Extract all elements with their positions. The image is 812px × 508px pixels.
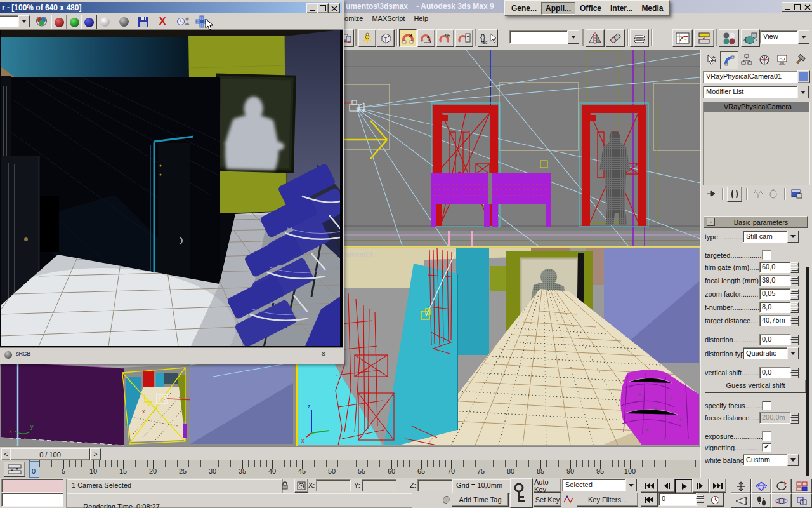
named-selection-sets-button[interactable]: {}ABC: [478, 29, 498, 47]
selection-filter-dropdown[interactable]: Selected: [562, 479, 637, 491]
chevron-down-icon[interactable]: [787, 231, 799, 243]
focus-distance-spinner[interactable]: [790, 413, 799, 424]
time-configuration-button[interactable]: [707, 493, 724, 507]
menu-help[interactable]: Help: [414, 13, 433, 23]
render-scene-button[interactable]: [741, 29, 760, 47]
popup-item-1[interactable]: Appli...: [541, 2, 575, 15]
mini-curve-editor-button[interactable]: [4, 462, 25, 477]
srgb-toggle[interactable]: sRGB: [16, 351, 30, 357]
orbit-camera-button[interactable]: [771, 479, 792, 493]
colorspace-icon[interactable]: [3, 350, 13, 359]
previous-frame-button[interactable]: [658, 479, 675, 493]
render-type-dropdown[interactable]: View: [760, 30, 809, 44]
time-slider-thumb[interactable]: 0 / 100: [10, 448, 90, 460]
expand-chevron-icon[interactable]: »: [319, 351, 330, 356]
target-distance-spinner[interactable]: [790, 316, 799, 326]
targeted-checkbox[interactable]: [762, 250, 771, 260]
show-end-result-button[interactable]: [727, 187, 742, 202]
tab-create[interactable]: [702, 51, 719, 68]
chevron-down-icon[interactable]: [787, 347, 799, 359]
curve-editor-button[interactable]: [672, 29, 693, 47]
viewport-label[interactable]: amera01: [346, 251, 373, 258]
popup-item-3[interactable]: Inter...: [606, 2, 637, 15]
coord-field-2[interactable]: [417, 479, 452, 491]
film-gate-field[interactable]: 60,0: [759, 262, 790, 273]
panel-scrollbar[interactable]: [806, 267, 809, 476]
maximize-viewport-toggle[interactable]: [792, 479, 812, 493]
current-frame-field[interactable]: 0: [658, 493, 698, 506]
focal-length-spinner[interactable]: [790, 276, 799, 286]
vertical-shift-field[interactable]: 0,0: [759, 367, 790, 378]
listener-pane[interactable]: [1, 493, 63, 507]
film-gate-spinner[interactable]: [790, 262, 799, 273]
material-editor-button[interactable]: [719, 29, 739, 47]
render-window-title-bar[interactable]: r - [100% of 640 x 480]: [0, 2, 342, 13]
modifier-stack[interactable]: VRayPhysicalCamera: [703, 102, 810, 185]
distortion-type-dropdown[interactable]: Quadratic: [743, 347, 799, 359]
render-restore-button[interactable]: [317, 3, 329, 13]
set-key-button[interactable]: Set Key: [534, 493, 561, 507]
viewport-perspective[interactable]: x y y x: [0, 358, 296, 446]
f-number-spinner[interactable]: [790, 302, 799, 313]
goto-end-button[interactable]: [709, 479, 726, 493]
exposure-checkbox[interactable]: [762, 431, 771, 441]
rgb-channels-button[interactable]: [35, 16, 48, 27]
mirror-button[interactable]: [586, 29, 605, 47]
focus-distance-field[interactable]: 200,0m: [759, 412, 790, 424]
layer-manager-button[interactable]: [630, 29, 649, 47]
dolly-camera-button[interactable]: [731, 479, 751, 493]
remove-modifier-button[interactable]: [766, 187, 780, 201]
key-filters-button[interactable]: Key Filters...: [577, 493, 638, 507]
viewport-top-wireframe[interactable]: [341, 50, 700, 246]
configure-modifier-sets-button[interactable]: [789, 187, 804, 201]
menu-maxscript[interactable]: MAXScript: [372, 13, 410, 23]
goto-start-button[interactable]: [641, 479, 658, 493]
pan-view-button[interactable]: [792, 493, 812, 508]
duplicate-to-host-button[interactable]: [176, 16, 192, 27]
named-selection-set-field[interactable]: [509, 30, 579, 44]
render-frame-window[interactable]: r - [100% of 640 x 480] X: [0, 0, 344, 364]
f-number-field[interactable]: 8,0: [759, 302, 790, 313]
tab-display[interactable]: [773, 51, 790, 68]
chevron-down-icon[interactable]: [787, 454, 799, 466]
tab-hierarchy[interactable]: [738, 51, 755, 68]
snap-cube-button[interactable]: [377, 29, 395, 47]
vertical-shift-spinner[interactable]: [790, 368, 799, 378]
modifier-list-dropdown[interactable]: Modifier List: [703, 86, 809, 98]
monochrome-button[interactable]: [117, 16, 130, 27]
viewport-camera[interactable]: z x amera01: [296, 247, 703, 449]
save-image-button[interactable]: [136, 15, 150, 28]
align-button[interactable]: [606, 29, 625, 47]
tab-motion[interactable]: [756, 51, 773, 68]
pin-stack-button[interactable]: [705, 187, 719, 201]
object-color-swatch[interactable]: [797, 70, 810, 83]
selection-lock-toggle[interactable]: [279, 479, 291, 491]
time-slider-track[interactable]: [0, 446, 700, 462]
clear-image-button[interactable]: X: [155, 15, 169, 28]
rollout-collapse-box[interactable]: -: [707, 218, 715, 226]
spinner-snap-toggle-button[interactable]: [455, 29, 473, 47]
snaps-toggle-button[interactable]: 3: [399, 29, 417, 47]
key-mode-toggle-button[interactable]: [641, 493, 658, 507]
focal-length-field[interactable]: 39,0: [759, 275, 790, 286]
menu-tomize[interactable]: tomize: [343, 13, 368, 23]
blue-channel-button[interactable]: [81, 15, 97, 30]
main-close-button[interactable]: [802, 2, 812, 12]
auto-key-button[interactable]: Auto Key: [534, 479, 561, 493]
add-time-tag-button[interactable]: Add Time Tag: [452, 493, 509, 507]
zoom-extents-all-button[interactable]: [751, 479, 771, 493]
rollout-basic-parameters[interactable]: - Basic parameters: [704, 216, 808, 228]
play-button[interactable]: [675, 479, 693, 494]
coord-field-0[interactable]: [316, 479, 351, 491]
track-bar[interactable]: 0510152025303540455055606570758085909510…: [0, 460, 700, 478]
select-and-manipulate-button[interactable]: [358, 29, 376, 47]
green-channel-button[interactable]: [67, 15, 82, 30]
zoom-factor-spinner[interactable]: [790, 289, 799, 300]
macro-recorder-pane[interactable]: [1, 479, 63, 493]
distortion-field[interactable]: 0,0: [759, 334, 790, 345]
walk-through-button[interactable]: [751, 493, 771, 508]
object-name-field[interactable]: VRayPhysicalCamera01: [703, 71, 797, 83]
angle-snap-toggle-button[interactable]: [417, 29, 435, 47]
time-slider-prev-button[interactable]: <: [1, 448, 11, 460]
new-key-tangent-icon[interactable]: [562, 493, 575, 505]
